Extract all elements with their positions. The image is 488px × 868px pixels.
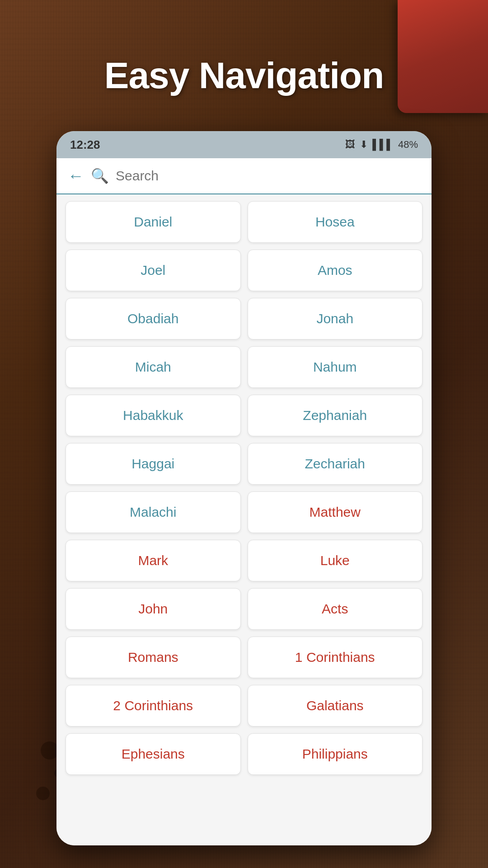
search-icon: 🔍 — [91, 167, 109, 184]
book-btn-micah[interactable]: Micah — [66, 346, 241, 388]
book-btn-hosea[interactable]: Hosea — [248, 201, 423, 243]
book-btn-galatians[interactable]: Galatians — [248, 685, 423, 726]
book-btn-nahum[interactable]: Nahum — [248, 346, 423, 388]
books-container: DanielHoseaJoelAmosObadiahJonahMicahNahu… — [56, 194, 432, 845]
books-grid: DanielHoseaJoelAmosObadiahJonahMicahNahu… — [66, 201, 422, 775]
book-btn-luke[interactable]: Luke — [248, 540, 423, 581]
book-btn-philippians[interactable]: Philippians — [248, 733, 423, 775]
status-time: 12:28 — [70, 138, 100, 152]
book-btn-matthew[interactable]: Matthew — [248, 491, 423, 533]
book-btn-acts[interactable]: Acts — [248, 588, 423, 630]
book-btn-2corinthians[interactable]: 2 Corinthians — [66, 685, 241, 726]
data-icon: ⬇ — [360, 139, 368, 151]
book-btn-romans[interactable]: Romans — [66, 637, 241, 678]
search-input[interactable] — [116, 168, 420, 184]
image-icon: 🖼 — [345, 139, 355, 151]
status-icons: 🖼 ⬇ ▌▌▌ 48% — [345, 139, 418, 151]
phone-mockup: 12:28 🖼 ⬇ ▌▌▌ 48% ← 🔍 DanielHoseaJoelAmo… — [56, 131, 432, 845]
search-bar: ← 🔍 — [56, 158, 432, 194]
book-btn-john[interactable]: John — [66, 588, 241, 630]
book-btn-malachi[interactable]: Malachi — [66, 491, 241, 533]
book-btn-daniel[interactable]: Daniel — [66, 201, 241, 243]
book-btn-zechariah[interactable]: Zechariah — [248, 443, 423, 485]
book-btn-1corinthians[interactable]: 1 Corinthians — [248, 637, 423, 678]
book-btn-haggai[interactable]: Haggai — [66, 443, 241, 485]
book-btn-joel[interactable]: Joel — [66, 250, 241, 291]
book-btn-jonah[interactable]: Jonah — [248, 298, 423, 340]
signal-icon: ▌▌▌ — [372, 139, 394, 151]
book-btn-amos[interactable]: Amos — [248, 250, 423, 291]
battery-indicator: 48% — [398, 139, 418, 151]
book-btn-obadiah[interactable]: Obadiah — [66, 298, 241, 340]
book-btn-habakkuk[interactable]: Habakkuk — [66, 395, 241, 436]
back-button[interactable]: ← — [68, 166, 84, 185]
book-btn-zephaniah[interactable]: Zephaniah — [248, 395, 423, 436]
status-bar: 12:28 🖼 ⬇ ▌▌▌ 48% — [56, 131, 432, 158]
page-title: Easy Navigation — [0, 54, 488, 97]
book-btn-ephesians[interactable]: Ephesians — [66, 733, 241, 775]
book-btn-mark[interactable]: Mark — [66, 540, 241, 581]
